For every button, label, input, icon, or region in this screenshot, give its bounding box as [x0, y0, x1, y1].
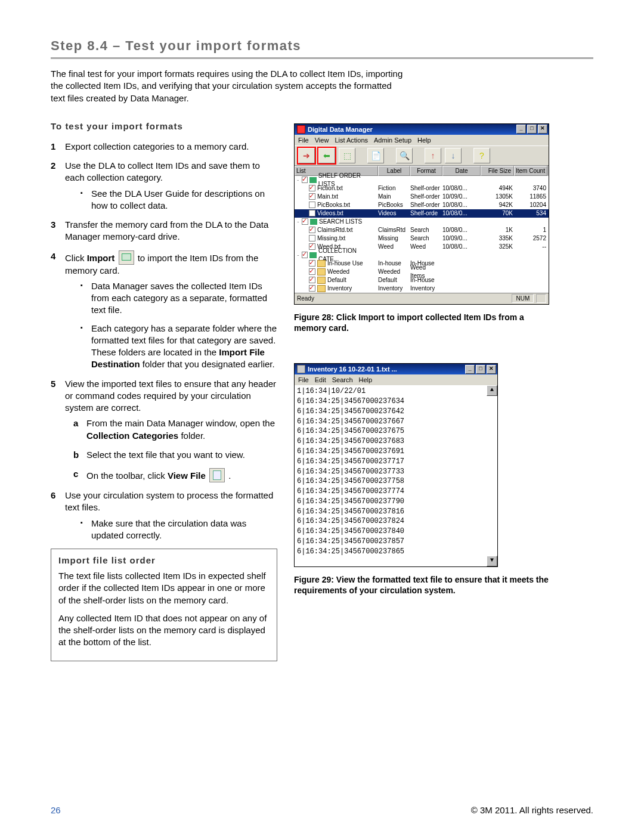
- tree-row[interactable]: PicBooks.txtPicBooksShelf-order10/08/0..…: [295, 201, 549, 209]
- tree-row[interactable]: ClaimsRtd.txtClaimsRtdSearch10/08/0...1K…: [295, 226, 549, 234]
- app2-text-area[interactable]: ▲ ▼ 1|16:34|10/22/016|16:34:25|345670002…: [295, 385, 497, 566]
- toolbar-view-file-button[interactable]: 📄: [367, 148, 384, 163]
- section-heading: Step 8.4 – Test your import formats: [51, 38, 593, 54]
- row-checkbox[interactable]: [309, 268, 315, 275]
- hdr-date[interactable]: Date: [442, 166, 481, 176]
- toolbar-down-button[interactable]: ↓: [445, 148, 462, 163]
- row-label: Inventory: [378, 284, 410, 293]
- scroll-up-button[interactable]: ▲: [487, 385, 497, 396]
- row-checkbox[interactable]: [309, 193, 315, 200]
- text-line: 6|16:34:25|34567000237691: [297, 447, 495, 457]
- app2-menu-edit[interactable]: Edit: [315, 376, 326, 383]
- text-line: 6|16:34:25|34567000237642: [297, 407, 495, 417]
- app2-menu-file[interactable]: File: [298, 376, 309, 383]
- row-checkbox[interactable]: [309, 285, 315, 292]
- row-size: 942K: [481, 201, 514, 209]
- toolbar-zoom-button[interactable]: 🔍: [396, 148, 413, 163]
- row-size: 335K: [481, 234, 514, 243]
- text-line: 6|16:34:25|34567000237733: [297, 467, 495, 477]
- row-name: Inventory: [327, 284, 352, 293]
- hdr-format[interactable]: Format: [410, 166, 442, 176]
- app2-titlebar[interactable]: Inventory 16 10-22-01 1.txt ... _ □ ✕: [295, 364, 497, 374]
- row-count: --: [514, 243, 547, 251]
- tree-row[interactable]: WeededWeededWeed Items: [295, 268, 549, 276]
- row-name: In-house Use: [327, 259, 363, 268]
- figure-29-caption: Figure 29: View the formatted text file …: [294, 574, 556, 596]
- step-5: View the imported text files to ensure t…: [51, 378, 277, 483]
- folder-icon: [317, 260, 326, 267]
- row-format: Shelf-order: [410, 201, 442, 209]
- step-5-text: View the imported text files to ensure t…: [65, 379, 276, 413]
- app2-close-button[interactable]: ✕: [487, 365, 496, 374]
- row-checkbox[interactable]: [309, 277, 315, 283]
- menu-file[interactable]: File: [298, 137, 309, 144]
- tree-row[interactable]: DefaultDefaultIn-House: [295, 276, 549, 284]
- step-5a: a From the main Data Manager window, ope…: [73, 417, 277, 442]
- tree-group[interactable]: -COLLECTION CATE...: [295, 251, 549, 259]
- menu-admin-setup[interactable]: Admin Setup: [374, 137, 411, 144]
- row-checkbox[interactable]: [309, 235, 315, 241]
- tree-row[interactable]: Main.txtMainShelf-order10/09/0...1305K11…: [295, 193, 549, 201]
- row-checkbox[interactable]: [309, 243, 315, 250]
- group-checkbox[interactable]: [302, 252, 308, 258]
- row-count: 11865: [514, 193, 547, 201]
- row-format: Shelf-orde: [410, 209, 442, 218]
- row-label: Missing: [378, 234, 410, 243]
- group-checkbox[interactable]: [302, 218, 308, 225]
- row-name: Videos.txt: [317, 209, 343, 218]
- tree-row[interactable]: InventoryInventoryInventory: [295, 284, 549, 293]
- hdr-count[interactable]: Item Count: [514, 166, 547, 176]
- app1-tree[interactable]: -SHELF ORDER LISTSFiction.txtFictionShel…: [295, 176, 549, 293]
- row-checkbox[interactable]: [309, 185, 315, 191]
- tree-group[interactable]: -SHELF ORDER LISTS: [295, 176, 549, 184]
- maximize-button[interactable]: □: [527, 125, 537, 134]
- group-checkbox[interactable]: [302, 176, 308, 183]
- row-format: Search: [410, 234, 442, 243]
- toolbar-import-button[interactable]: ⬅: [318, 148, 335, 163]
- row-checkbox[interactable]: [309, 260, 315, 267]
- menu-help[interactable]: Help: [417, 137, 431, 144]
- row-count: 2572: [514, 234, 547, 243]
- app2-minimize-button[interactable]: _: [465, 365, 475, 374]
- step-4: Click Import to import the Item IDs from…: [51, 250, 277, 371]
- text-line: 6|16:34:25|34567000237816: [297, 507, 495, 517]
- text-line: 6|16:34:25|34567000237634: [297, 397, 495, 407]
- menu-view[interactable]: View: [315, 137, 329, 144]
- row-date: 10/09/0...: [442, 234, 481, 243]
- app2-menu-search[interactable]: Search: [332, 376, 353, 383]
- row-count: 10204: [514, 201, 547, 209]
- tree-row[interactable]: Fiction.txtFictionShelf-order10/08/0...4…: [295, 184, 549, 193]
- hdr-size[interactable]: File Size: [481, 166, 514, 176]
- app1-icon: [297, 125, 305, 134]
- step-6-bullet-1: Make sure that the circulation data was …: [80, 518, 277, 542]
- row-size: 1K: [481, 226, 514, 234]
- step-2-text: Use the DLA to collect Item IDs and save…: [65, 160, 260, 182]
- app2-maximize-button[interactable]: □: [476, 365, 485, 374]
- status-ready: Ready: [297, 295, 314, 302]
- app1-title: Digital Data Manager: [308, 126, 373, 133]
- row-format: Inventory: [410, 284, 442, 293]
- toolbar-help-button[interactable]: ?: [473, 148, 490, 163]
- tree-row[interactable]: Missing.txtMissingSearch10/09/0...335K25…: [295, 234, 549, 243]
- app2-menu-help[interactable]: Help: [359, 376, 373, 383]
- hdr-label[interactable]: Label: [378, 166, 410, 176]
- toolbar-up-button[interactable]: ↑: [425, 148, 441, 163]
- minimize-button[interactable]: _: [516, 125, 526, 134]
- callout-p1: The text file lists collected Item IDs i…: [58, 570, 270, 606]
- intro-paragraph: The final test for your import formats r…: [51, 68, 408, 104]
- scroll-down-button[interactable]: ▼: [487, 556, 497, 566]
- tree-row[interactable]: Videos.txtVideosShelf-orde10/08/0...70K5…: [295, 209, 549, 218]
- close-button[interactable]: ✕: [538, 125, 547, 134]
- tree-group[interactable]: -SEARCH LISTS: [295, 218, 549, 226]
- row-checkbox[interactable]: [309, 202, 315, 208]
- toolbar-select-button[interactable]: ⬚: [339, 148, 355, 163]
- toolbar-export-button[interactable]: ➔: [298, 148, 315, 163]
- step-4-bullet-1: Data Manager saves the collected Item ID…: [80, 280, 277, 317]
- step-5b: b Select the text file that you want to …: [73, 449, 277, 461]
- app1-titlebar[interactable]: Digital Data Manager _ □ ✕: [295, 124, 549, 135]
- step-2: Use the DLA to collect Item IDs and save…: [51, 160, 277, 212]
- text-line: 6|16:34:25|34567000237667: [297, 417, 495, 427]
- row-checkbox[interactable]: [309, 210, 315, 216]
- menu-list-actions[interactable]: List Actions: [335, 137, 368, 144]
- row-checkbox[interactable]: [309, 227, 315, 233]
